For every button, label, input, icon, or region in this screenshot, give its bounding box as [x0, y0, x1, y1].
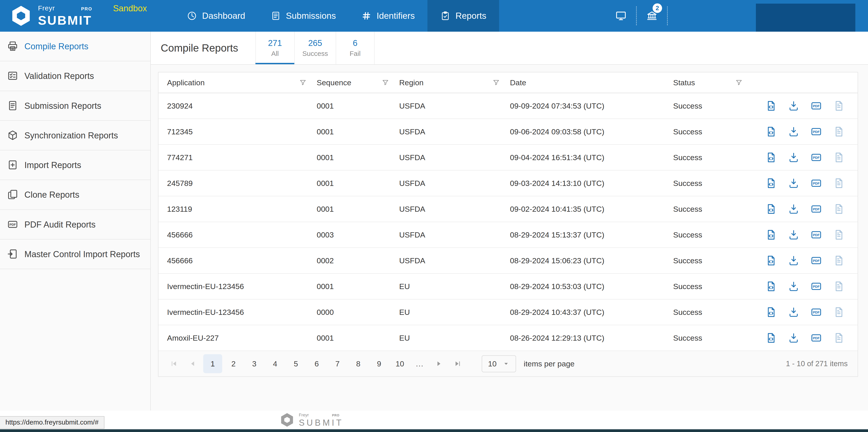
xml-report-icon[interactable] — [765, 100, 777, 112]
monitor-icon[interactable] — [615, 10, 627, 22]
xml-report-icon[interactable] — [765, 332, 777, 344]
view-report-icon[interactable] — [833, 229, 845, 241]
sidebar-item-clone-reports[interactable]: Clone Reports — [0, 180, 150, 210]
filter-icon[interactable] — [735, 79, 743, 86]
nav-item-submissions[interactable]: Submissions — [258, 0, 348, 32]
organization-button[interactable]: 2 — [646, 10, 658, 22]
column-header-region[interactable]: Region — [399, 78, 510, 87]
xml-report-icon[interactable] — [765, 177, 777, 189]
pager-page-1[interactable]: 1 — [203, 354, 222, 373]
pager-page-2[interactable]: 2 — [224, 354, 243, 373]
view-report-icon[interactable] — [833, 332, 845, 344]
cell-application: 123119 — [158, 205, 317, 213]
pdf-report-icon[interactable]: PDF — [810, 203, 822, 215]
view-report-icon[interactable] — [833, 151, 845, 164]
pdf-report-icon[interactable]: PDF — [810, 255, 822, 267]
xml-report-icon[interactable] — [765, 280, 777, 292]
filter-icon[interactable] — [381, 79, 389, 86]
column-header-date[interactable]: Date — [510, 78, 673, 87]
tab-count: 265 — [308, 38, 322, 48]
pdf-report-icon[interactable]: PDF — [810, 151, 822, 164]
download-icon[interactable] — [787, 229, 800, 241]
account-menu[interactable] — [756, 4, 855, 32]
filter-icon[interactable] — [299, 79, 307, 86]
download-icon[interactable] — [787, 255, 800, 267]
tab-all[interactable]: 271All — [255, 32, 294, 64]
xml-report-icon[interactable] — [765, 151, 777, 164]
nav-item-reports[interactable]: Reports — [428, 0, 499, 32]
pdf-report-icon[interactable]: PDF — [810, 306, 822, 318]
xml-report-icon[interactable] — [765, 255, 777, 267]
brand-freyr: Freyr — [38, 4, 55, 12]
pager-page-4[interactable]: 4 — [266, 354, 285, 373]
cell-date: 08-26-2024 12:29:13 (UTC) — [510, 334, 673, 342]
cell-status: Success — [673, 179, 753, 188]
pdf-report-icon[interactable]: PDF — [810, 280, 822, 292]
nav-item-identifiers[interactable]: Identifiers — [348, 0, 428, 32]
nav-item-label: Reports — [456, 11, 487, 21]
nav-item-dashboard[interactable]: Dashboard — [174, 0, 258, 32]
sidebar-item-validation-reports[interactable]: Validation Reports — [0, 61, 150, 91]
cell-application: 774271 — [158, 153, 317, 162]
pdf-audit-reports-icon: PDF — [7, 219, 19, 230]
download-icon[interactable] — [787, 280, 800, 292]
xml-report-icon[interactable] — [765, 125, 777, 138]
xml-report-icon[interactable] — [765, 229, 777, 241]
column-header-status[interactable]: Status — [673, 78, 753, 87]
xml-report-icon[interactable] — [765, 306, 777, 318]
view-report-icon[interactable] — [833, 203, 845, 215]
download-icon[interactable] — [787, 332, 800, 344]
cell-status: Success — [673, 282, 753, 291]
pager-page-9[interactable]: 9 — [370, 354, 389, 373]
topbar-divider — [636, 6, 637, 25]
cell-sequence: 0001 — [317, 127, 399, 136]
column-header-application[interactable]: Application — [158, 78, 317, 87]
content-area: Compile ReportsValidation ReportsSubmiss… — [0, 32, 868, 410]
column-header-sequence[interactable]: Sequence — [317, 78, 399, 87]
view-report-icon[interactable] — [833, 280, 845, 292]
view-report-icon[interactable] — [833, 125, 845, 138]
app-logo[interactable]: Freyr PRO SUBMIT — [0, 0, 92, 32]
sidebar-item-master-control-import-reports[interactable]: Master Control Import Reports — [0, 239, 150, 269]
sidebar-item-synchronization-reports[interactable]: Synchronization Reports — [0, 121, 150, 150]
filter-icon[interactable] — [492, 79, 500, 86]
pdf-report-icon[interactable]: PDF — [810, 229, 822, 241]
download-icon[interactable] — [787, 100, 800, 112]
cell-region: USFDA — [399, 127, 510, 136]
pager-page-10[interactable]: 10 — [391, 354, 409, 373]
view-report-icon[interactable] — [833, 255, 845, 267]
download-icon[interactable] — [787, 151, 800, 164]
download-icon[interactable] — [787, 177, 800, 189]
pager-page-6[interactable]: 6 — [307, 354, 326, 373]
tab-success[interactable]: 265Success — [294, 32, 336, 64]
pager-next-button[interactable] — [429, 354, 448, 373]
pdf-report-icon[interactable]: PDF — [810, 100, 822, 112]
view-report-icon[interactable] — [833, 177, 845, 189]
cell-date: 08-29-2024 15:13:37 (UTC) — [510, 230, 673, 239]
sidebar-item-pdf-audit-reports[interactable]: PDFPDF Audit Reports — [0, 210, 150, 239]
pdf-report-icon[interactable]: PDF — [810, 125, 822, 138]
page-size-select[interactable]: 10 — [482, 355, 516, 372]
sidebar-item-import-reports[interactable]: Import Reports — [0, 150, 150, 180]
table-row: 7742710001USFDA09-04-2024 16:51:34 (UTC)… — [158, 145, 858, 171]
pager-last-button[interactable] — [448, 354, 467, 373]
tab-fail[interactable]: 6Fail — [336, 32, 375, 64]
download-icon[interactable] — [787, 203, 800, 215]
sidebar-item-submission-reports[interactable]: Submission Reports — [0, 91, 150, 121]
download-icon[interactable] — [787, 306, 800, 318]
pdf-report-icon[interactable]: PDF — [810, 177, 822, 189]
view-report-icon[interactable] — [833, 100, 845, 112]
download-icon[interactable] — [787, 125, 800, 138]
pager-page-3[interactable]: 3 — [245, 354, 264, 373]
footer-brand-pro: PRO — [332, 413, 340, 417]
view-report-icon[interactable] — [833, 306, 845, 318]
pdf-report-icon[interactable]: PDF — [810, 332, 822, 344]
pager-page-8[interactable]: 8 — [349, 354, 368, 373]
brand-pro-badge: PRO — [81, 6, 92, 11]
environment-label: Sandbox — [113, 4, 147, 13]
xml-report-icon[interactable] — [765, 203, 777, 215]
table-row: 7123450001USFDA09-06-2024 09:03:58 (UTC)… — [158, 119, 858, 145]
pager-page-5[interactable]: 5 — [286, 354, 305, 373]
sidebar-item-compile-reports[interactable]: Compile Reports — [0, 32, 150, 61]
pager-page-7[interactable]: 7 — [328, 354, 347, 373]
